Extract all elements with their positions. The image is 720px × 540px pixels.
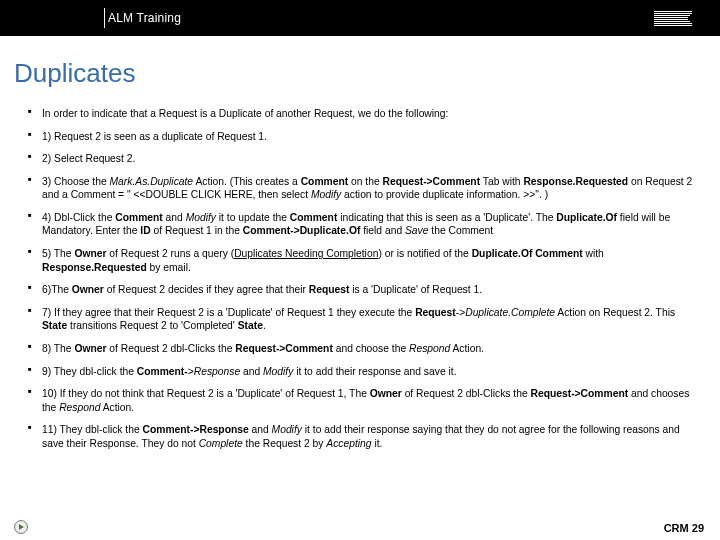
- bullet-item: 9) They dbl-click the Comment->Response …: [28, 365, 702, 379]
- header-bar: ALM Training: [0, 0, 720, 36]
- body-area: In order to indicate that a Request is a…: [0, 101, 720, 540]
- bullet-list: In order to indicate that a Request is a…: [28, 107, 702, 450]
- bullet-item: 10) If they do not think that Request 2 …: [28, 387, 702, 414]
- footer-page-label: CRM 29: [664, 522, 704, 534]
- bullet-item: 3) Choose the Mark.As.Duplicate Action. …: [28, 175, 702, 202]
- slide: ALM Training Duplicates In order to indi…: [0, 0, 720, 540]
- bullet-item: 2) Select Request 2.: [28, 152, 702, 166]
- bullet-item: 5) The Owner of Request 2 runs a query (…: [28, 247, 702, 274]
- bullet-item: 8) The Owner of Request 2 dbl-Clicks the…: [28, 342, 702, 356]
- bullet-item: In order to indicate that a Request is a…: [28, 107, 702, 121]
- ibm-logo-icon: [654, 11, 692, 26]
- bullet-item: 7) If they agree that their Request 2 is…: [28, 306, 702, 333]
- header-title: ALM Training: [108, 11, 181, 25]
- play-icon[interactable]: [14, 520, 28, 534]
- bullet-item: 11) They dbl-click the Comment->Response…: [28, 423, 702, 450]
- bullet-item: 4) Dbl-Click the Comment and Modify it t…: [28, 211, 702, 238]
- bullet-item: 6)The Owner of Request 2 decides if they…: [28, 283, 702, 297]
- bullet-item: 1) Request 2 is seen as a duplicate of R…: [28, 130, 702, 144]
- header-separator: [104, 8, 105, 28]
- title-area: Duplicates: [0, 36, 720, 101]
- slide-title: Duplicates: [14, 58, 720, 89]
